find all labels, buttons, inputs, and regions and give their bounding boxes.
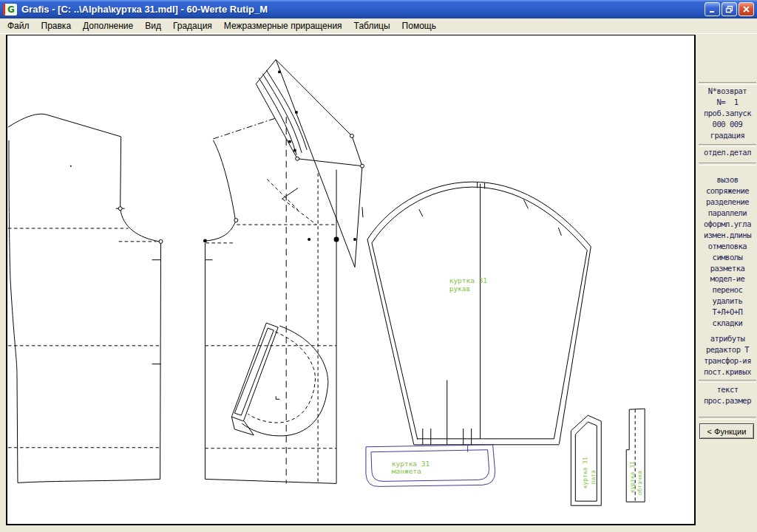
piece-label-sleeve-1: куртка 31	[449, 276, 488, 284]
pattern-piece-facing[interactable]: куртка 31 обтачка	[626, 409, 645, 502]
pattern-piece-collar[interactable]	[256, 60, 364, 267]
sidebar-cmd-chalk[interactable]: отмеловка	[698, 241, 757, 252]
menu-bar: Файл Правка Дополнение Вид Градация Межр…	[0, 18, 757, 33]
piece-label-sleeve-2: рукав	[449, 284, 470, 293]
sidebar-separator	[699, 163, 756, 166]
sidebar-separator	[699, 417, 756, 420]
restore-button[interactable]	[722, 2, 737, 16]
menu-grading[interactable]: Градация	[167, 19, 218, 33]
sidebar-cmd-text[interactable]: текст	[698, 384, 757, 395]
menu-addition[interactable]: Дополнение	[77, 19, 139, 33]
menu-view[interactable]: Вид	[139, 19, 167, 33]
functions-button[interactable]: < Функции	[699, 423, 754, 439]
sidebar-cmd-corner[interactable]: оформл.угла	[698, 219, 757, 230]
pattern-piece-back[interactable]	[8, 114, 163, 482]
pattern-piece-cuff[interactable]: куртка 31 манжета	[366, 445, 495, 487]
piece-label-facing-1: куртка 31	[629, 461, 636, 493]
sidebar-cmd-pleats[interactable]: складки	[698, 318, 757, 329]
sidebar-cmd-division[interactable]: разделение	[698, 197, 757, 208]
pattern-piece-front[interactable]	[203, 117, 336, 483]
sidebar-cmd-test-run[interactable]: проб.запуск	[698, 108, 757, 119]
sidebar-group-model: модел-ие перенос удалить Т+Л+О+П складки	[698, 273, 757, 329]
sidebar-cmd-transfer[interactable]: перенос	[698, 284, 757, 296]
sidebar-cmd-tlop[interactable]: Т+Л+О+П	[698, 307, 757, 318]
app-icon[interactable]: G	[3, 4, 17, 16]
sidebar-cmd-transformation[interactable]: трансфор-ия	[698, 355, 757, 366]
close-icon	[742, 5, 750, 13]
sidebar-cmd-grading[interactable]: градация	[698, 130, 757, 141]
piece-label-flap-1: куртка 31	[582, 457, 588, 488]
sidebar-separator	[699, 82, 756, 85]
minimize-icon	[708, 5, 716, 13]
title-bar: G Grafis - [C: ..\Alpha\куртка 31.mdl] -…	[0, 0, 757, 18]
restore-icon	[725, 5, 733, 13]
close-button[interactable]	[739, 2, 754, 16]
sidebar-cmd-return[interactable]: N*возврат	[698, 86, 757, 97]
function-sidebar: N*возврат N= 1 проб.запуск 000 009 града…	[698, 34, 757, 532]
piece-label-facing-2: обтачка	[637, 471, 643, 496]
sidebar-cmd-length-change[interactable]: измен.длины	[698, 230, 757, 241]
sidebar-cmd-separate-detail[interactable]: отдел.детал	[698, 147, 757, 158]
window-title: Grafis - [C: ..\Alpha\куртка 31.mdl] - 6…	[21, 4, 703, 15]
sidebar-cmd-delete[interactable]: удалить	[698, 296, 757, 307]
menu-tables[interactable]: Таблицы	[348, 19, 396, 33]
sidebar-cmd-conjugation[interactable]: сопряжение	[698, 185, 757, 197]
pattern-piece-flap[interactable]: куртка 31 пата	[571, 415, 601, 505]
workspace: куртка 31 рукав куртка 31 манжета куртка…	[0, 33, 757, 532]
sidebar-cmd-curve-build[interactable]: пост.кривых	[698, 366, 757, 378]
menu-file[interactable]: Файл	[1, 19, 35, 33]
sidebar-group-text: текст прос.размер	[698, 384, 757, 406]
sidebar-separator	[699, 380, 756, 383]
piece-label-flap-2: пата	[590, 470, 597, 484]
sidebar-group-edit: вызов сопряжение разделение параллели оф…	[698, 174, 757, 274]
sidebar-value-n: N= 1	[698, 97, 757, 108]
sidebar-cmd-parallels[interactable]: параллели	[698, 208, 757, 219]
sidebar-group-attr: атрибуты редактор Т трансфор-ия пост.кри…	[698, 333, 757, 378]
menu-help[interactable]: Помощь	[396, 19, 442, 33]
sidebar-cmd-symbols[interactable]: символы	[698, 252, 757, 263]
drawing-canvas[interactable]: куртка 31 рукав куртка 31 манжета куртка…	[6, 35, 696, 525]
sidebar-cmd-modeling[interactable]: модел-ие	[698, 273, 757, 284]
pattern-piece-sleeve[interactable]: куртка 31 рукав	[362, 182, 591, 445]
sidebar-group-run: N*возврат N= 1 проб.запуск 000 009 града…	[698, 86, 757, 141]
sidebar-cmd-editor-t[interactable]: редактор Т	[698, 344, 757, 355]
sidebar-cmd-view-size[interactable]: прос.размер	[698, 395, 757, 406]
sidebar-value-sizes: 000 009	[698, 119, 757, 130]
sidebar-cmd-attributes[interactable]: атрибуты	[698, 333, 757, 344]
piece-label-cuff-2: манжета	[392, 467, 421, 475]
sidebar-cmd-call[interactable]: вызов	[698, 174, 757, 185]
minimize-button[interactable]	[705, 2, 720, 16]
menu-intersize-increments[interactable]: Межразмерные приращения	[218, 19, 348, 33]
menu-edit[interactable]: Правка	[35, 19, 78, 33]
sidebar-group-detail: отдел.детал	[698, 147, 757, 158]
sidebar-cmd-marking[interactable]: разметка	[698, 263, 757, 274]
pattern-piece-pocket[interactable]	[231, 323, 327, 436]
